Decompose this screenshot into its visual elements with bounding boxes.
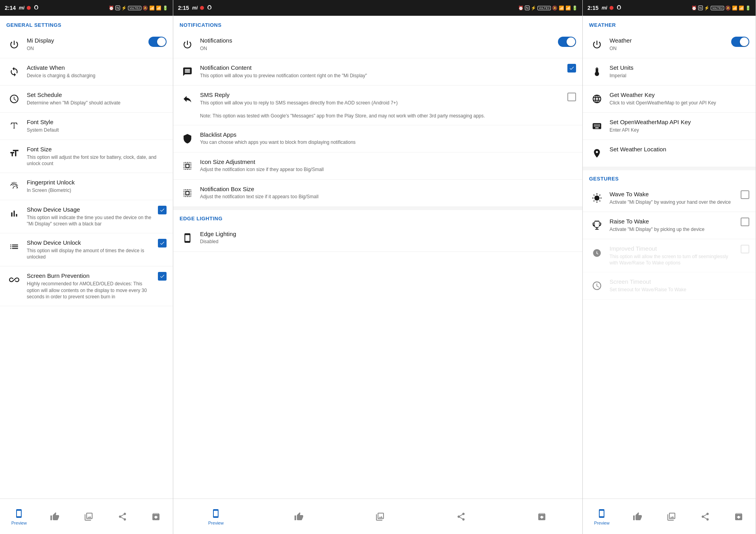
screen-burn-control[interactable]	[158, 272, 167, 281]
mi-display-toggle[interactable]	[148, 37, 167, 47]
gallery-icon-1	[83, 511, 94, 522]
gallery-icon-3	[666, 511, 677, 522]
edge-lighting-item[interactable]: Edge Lighting Disabled	[173, 225, 582, 252]
status-bar-3: 2:15 mi ⏰ N ⚡ VoLTE2 🔕 📶 📶 🔋	[583, 0, 756, 16]
grid-dots2-icon	[180, 185, 195, 201]
device-unlock-control[interactable]	[158, 239, 167, 247]
weather-key-item[interactable]: Get Weather Key Click to visit OpenWeath…	[583, 86, 756, 113]
device-usage-control[interactable]	[158, 206, 167, 214]
general-settings-list: GENERAL SETTINGS Mi Display ON Activate …	[0, 16, 173, 499]
nav-like-3[interactable]	[632, 511, 643, 522]
mi-display-content: Mi Display ON	[27, 37, 145, 52]
nav-preview-2[interactable]: Preview	[208, 508, 224, 525]
sms-reply-control[interactable]	[567, 93, 576, 101]
weather-toggle-control[interactable]	[731, 37, 749, 47]
power-icon	[6, 37, 22, 52]
device-unlock-item[interactable]: Show Device Unlock This option will disp…	[0, 233, 173, 266]
notifications-toggle-control[interactable]	[558, 37, 576, 47]
toggle-weather[interactable]	[731, 37, 749, 47]
wave-to-wake-checkbox[interactable]	[741, 190, 749, 199]
raise-to-wake-control[interactable]	[741, 218, 749, 226]
nav-like-2[interactable]	[293, 511, 304, 522]
nav-share-1[interactable]	[117, 511, 128, 522]
nav-archive-1[interactable]	[150, 511, 161, 522]
set-units-item[interactable]: Set Units Imperial	[583, 58, 756, 86]
archive-icon-3	[733, 511, 744, 522]
sms-reply-checkbox[interactable]	[567, 93, 576, 101]
set-schedule-content: Set Schedule Determine when "Mi Display"…	[27, 91, 167, 106]
wave-to-wake-subtitle: Activate "Mi Display" by waving your han…	[610, 199, 737, 206]
toggle-on-1[interactable]	[148, 37, 167, 47]
wave-to-wake-item[interactable]: Wave To Wake Activate "Mi Display" by wa…	[583, 185, 756, 212]
nav-gallery-3[interactable]	[666, 511, 677, 522]
improved-timeout-title: Improved Timeout	[610, 245, 737, 253]
notif-box-size-title: Notification Box Size	[200, 185, 576, 193]
general-settings-panel: 2:14 mi ⏰ N ⚡ VoLTE2 🔕 📶 📶 🔋 GENERAL SET…	[0, 0, 173, 534]
archive-icon-2	[536, 511, 547, 522]
sms-reply-content: SMS Reply This option will allow you to …	[200, 91, 564, 119]
set-schedule-item[interactable]: Set Schedule Determine when "Mi Display"…	[0, 86, 173, 113]
device-unlock-title: Show Device Unlock	[27, 239, 155, 247]
nav-preview-1[interactable]: Preview	[11, 508, 27, 525]
font-size-title: Font Size	[27, 145, 167, 153]
weather-key-subtitle: Click to visit OpenWeatherMap to get you…	[610, 100, 749, 106]
nav-like-1[interactable]	[49, 511, 60, 522]
activate-when-item[interactable]: Activate When Device is charging & disch…	[0, 58, 173, 86]
raise-to-wake-checkbox[interactable]	[741, 218, 749, 226]
screen-burn-item[interactable]: Screen Burn Prevention Highly recommende…	[0, 266, 173, 306]
device-usage-content: Show Device Usage This option will indic…	[27, 206, 155, 227]
raise-to-wake-subtitle: Activate "Mi Display" by picking up the …	[610, 226, 737, 233]
notifications-toggle-item[interactable]: Notifications ON	[173, 31, 582, 58]
improved-timeout-checkbox	[741, 245, 749, 253]
improved-timeout-control	[741, 245, 749, 253]
weather-settings-list: WEATHER Weather ON Set Units Imperial	[583, 16, 756, 499]
weather-toggle-item[interactable]: Weather ON	[583, 31, 756, 58]
api-key-item[interactable]: Set OpenWeatherMap API Key Enter API Key	[583, 113, 756, 140]
fingerprint-item[interactable]: Fingerprint Unlock In Screen (Biometric)	[0, 173, 173, 200]
status-bar-1: 2:14 mi ⏰ N ⚡ VoLTE2 🔕 📶 📶 🔋	[0, 0, 173, 16]
api-key-subtitle: Enter API Key	[610, 127, 749, 134]
general-section-header: GENERAL SETTINGS	[0, 16, 173, 31]
device-unlock-checkbox[interactable]	[158, 239, 167, 247]
battery-icon: 🔋	[163, 6, 168, 11]
screen-timeout-subtitle: Set timeout for Wave/Raise To Wake	[610, 287, 749, 293]
sms-reply-item[interactable]: SMS Reply This option will allow you to …	[173, 86, 582, 125]
weather-location-item[interactable]: Set Weather Location	[583, 140, 756, 167]
toggle-notif[interactable]	[558, 37, 576, 47]
blacklist-apps-item[interactable]: Blacklist Apps You can choose which apps…	[173, 125, 582, 153]
alarm-icon-3: ⏰	[691, 6, 697, 11]
nav-archive-3[interactable]	[733, 511, 744, 522]
sync-icon	[6, 64, 22, 80]
notif-box-size-item[interactable]: Notification Box Size Adjust the notific…	[173, 180, 582, 207]
nav-preview-3[interactable]: Preview	[594, 508, 610, 525]
edge-lighting-subtitle: Disabled	[200, 238, 576, 245]
status-right-1: ⏰ N ⚡ VoLTE2 🔕 📶 📶 🔋	[109, 6, 168, 11]
nav-share-2[interactable]	[456, 511, 467, 522]
nav-share-3[interactable]	[700, 511, 711, 522]
notif-content-control[interactable]	[567, 64, 576, 73]
blacklist-apps-subtitle: You can choose which apps you want to bl…	[200, 139, 576, 146]
nav-gallery-1[interactable]	[83, 511, 94, 522]
api-key-content: Set OpenWeatherMap API Key Enter API Key	[610, 118, 749, 133]
weather-toggle-subtitle: ON	[610, 45, 728, 52]
screen-burn-checkbox[interactable]	[158, 272, 167, 281]
font-size-item[interactable]: Font Size This option will adjust the fo…	[0, 140, 173, 173]
wifi-icon-2: 📶	[565, 6, 571, 11]
device-usage-checkbox[interactable]	[158, 206, 167, 214]
blacklist-apps-content: Blacklist Apps You can choose which apps…	[200, 131, 576, 146]
icon-size-item[interactable]: Icon Size Adjustment Adjust the notifica…	[173, 153, 582, 180]
device-usage-item[interactable]: Show Device Usage This option will indic…	[0, 200, 173, 233]
nav-archive-2[interactable]	[536, 511, 547, 522]
raise-to-wake-item[interactable]: Raise To Wake Activate "Mi Display" by p…	[583, 212, 756, 239]
notif-content-checkbox[interactable]	[567, 64, 576, 73]
status-left-3: 2:15 mi	[587, 4, 622, 12]
fingerprint-title: Fingerprint Unlock	[27, 179, 167, 186]
notif-content-item[interactable]: Notification Content This option will al…	[173, 58, 582, 86]
wifi-icon: 📶	[156, 6, 161, 11]
battery-icon-2: 🔋	[572, 6, 578, 11]
mi-display-item[interactable]: Mi Display ON	[0, 31, 173, 58]
notif-box-size-subtitle: Adjust the notification text size if it …	[200, 194, 576, 200]
wave-to-wake-control[interactable]	[741, 190, 749, 199]
nav-gallery-2[interactable]	[374, 511, 385, 522]
font-style-item[interactable]: Font Style System Default	[0, 113, 173, 140]
